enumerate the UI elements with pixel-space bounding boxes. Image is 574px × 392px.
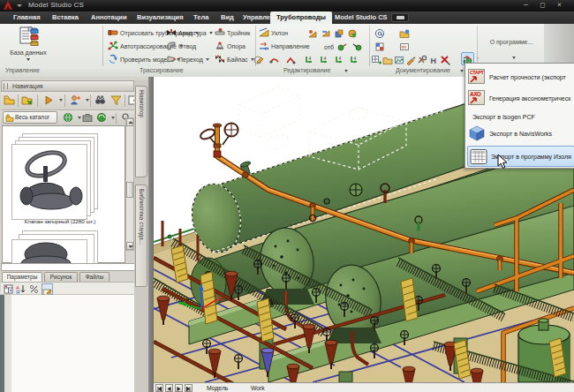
tab-parametry[interactable]: Параметры: [2, 272, 42, 282]
ribbon-icon-pen[interactable]: [253, 53, 265, 64]
navigation-panel-title[interactable]: Навигация: [1, 80, 134, 92]
app-icon[interactable]: [2, 0, 14, 11]
next-sheet-button[interactable]: [175, 384, 183, 392]
ribbon-icon-red2[interactable]: [285, 53, 297, 64]
ribbon-icon-or2[interactable]: [321, 26, 332, 38]
ribbon-icon-fold2[interactable]: [382, 53, 394, 64]
ribbon-icon-grn[interactable]: [337, 40, 349, 51]
categorized-icon[interactable]: [4, 284, 13, 294]
tab-glavnaya[interactable]: Главная: [7, 11, 47, 24]
armatura-button[interactable]: Арматура: [166, 26, 213, 39]
filter-icon[interactable]: [110, 94, 122, 106]
sort-az-icon[interactable]: AЯ: [16, 284, 26, 294]
tab-risunok[interactable]: Рисунок: [44, 272, 78, 282]
edit-properties-button[interactable]: [42, 283, 53, 295]
folder-import-icon[interactable]: [21, 94, 33, 106]
ribbon-icon-fold[interactable]: [399, 26, 411, 38]
group-label-upravlenie[interactable]: Управление: [5, 67, 40, 73]
ribbon-icon-ang[interactable]: 4: [304, 53, 315, 64]
ribbon-icon-cube[interactable]: [334, 26, 345, 38]
tab-truboprovody[interactable]: Трубопроводы: [270, 11, 332, 24]
maximize-button[interactable]: □: [536, 1, 549, 10]
panel-grip-icon: [4, 83, 8, 89]
ribbon-icon-at[interactable]: [374, 26, 386, 38]
menu-item-isogen-pcf[interactable]: Экспорт в Isogen PCF: [466, 110, 574, 123]
sheet-tab-model[interactable]: Модель: [198, 383, 237, 392]
napravlenie-button[interactable]: Направление: [259, 40, 310, 52]
globe-refresh-icon[interactable]: [96, 112, 107, 123]
menu-item-strength-calc[interactable]: СТАРТ Расчет прочности (экспорт: [466, 67, 574, 87]
ribbon-icon-img2[interactable]: im: [399, 40, 411, 51]
catalog-item-thumbnail[interactable]: [11, 239, 87, 266]
whole-catalog-button[interactable]: Весь каталог: [3, 111, 57, 124]
properties-area[interactable]: [11, 295, 139, 392]
binoculars-icon[interactable]: [94, 94, 106, 106]
globe-icon[interactable]: [63, 112, 73, 123]
ribbon-icon-ang[interactable]: 4: [319, 53, 330, 64]
ribbon-icon-or1[interactable]: [307, 26, 319, 38]
database-button[interactable]: База данных: [5, 26, 51, 64]
ribbon-icon-chk[interactable]: [374, 40, 386, 51]
ribbon-icon-or3[interactable]: [347, 26, 359, 38]
scroll-thumb[interactable]: [126, 182, 133, 198]
scroll-down-button[interactable]: [126, 242, 133, 250]
minimize-button[interactable]: –: [519, 1, 532, 10]
baypas-button[interactable]: Байпас: [215, 53, 254, 65]
svg-text:4: 4: [338, 56, 341, 61]
briefcase-icon[interactable]: [82, 112, 93, 123]
tab-fayly[interactable]: Файлы: [79, 272, 110, 282]
opora-button[interactable]: Опора: [215, 40, 245, 52]
ribbon-icon-txt[interactable]: отб: [323, 40, 335, 51]
about-dropdown-arrow[interactable]: [512, 57, 516, 59]
uklon-button[interactable]: Уклон: [259, 26, 288, 39]
ribbon-icon-grn2[interactable]: [351, 40, 363, 51]
app-menu-arrow-icon[interactable]: [17, 4, 22, 7]
tab-vizualizaciya[interactable]: Визуализация: [131, 11, 190, 24]
menu-item-axonometric[interactable]: АХО Генерация аксонометрическ: [466, 88, 574, 109]
close-button[interactable]: ×: [553, 1, 566, 10]
catalog-list[interactable]: Клапан запорный (2280 шт.): [2, 125, 125, 263]
scroll-up-button[interactable]: [126, 118, 133, 126]
about-panel[interactable]: О программе...: [479, 25, 544, 65]
ribbon-icon-gridp[interactable]: [371, 53, 382, 64]
ribbon-icon-ang[interactable]: 4: [349, 53, 360, 64]
tab-vstavka[interactable]: Вставка: [46, 11, 85, 24]
ribbon-icon-ang[interactable]: 4: [334, 53, 345, 64]
prev-sheet-button[interactable]: [165, 384, 173, 392]
svg-text:4: 4: [308, 56, 311, 61]
screen-icon-button[interactable]: [391, 13, 409, 22]
window-title: Model Studio CS: [28, 1, 84, 9]
first-sheet-button[interactable]: [155, 384, 163, 392]
group-label-redaktirovanie[interactable]: Редактирование: [283, 67, 330, 73]
tab-tela[interactable]: Тела: [187, 11, 215, 24]
ribbon-icon-tools[interactable]: [417, 53, 428, 64]
cube-icon: [468, 125, 486, 142]
perehod-button[interactable]: Переход: [166, 53, 209, 65]
ribbon-icon-hbeam[interactable]: H: [428, 53, 440, 64]
otvod-button[interactable]: Отвод: [166, 40, 196, 52]
axo-icon: АХО: [468, 90, 486, 107]
troynik-button[interactable]: Тройник: [215, 26, 250, 39]
user-icon[interactable]: [70, 94, 81, 106]
ribbon-icon-red1[interactable]: [269, 53, 281, 64]
sheet-tab-work[interactable]: Work: [242, 383, 274, 392]
side-tab-library[interactable]: Библиотека станда...: [135, 185, 147, 287]
catalog-scrollbar[interactable]: [125, 117, 134, 251]
menu-item-isolation[interactable]: Экспорт в программу Изоля: [467, 146, 574, 167]
about-label[interactable]: О программе...: [479, 39, 544, 45]
ribbon-icon-pic[interactable]: [394, 53, 405, 64]
group-label-trassirovanie[interactable]: Трассирование: [140, 67, 184, 73]
last-sheet-button[interactable]: [185, 384, 193, 392]
catalog-item-thumbnail[interactable]: [11, 144, 87, 220]
open-folder-icon[interactable]: [4, 94, 15, 106]
catalog-filter-field[interactable]: [1, 263, 139, 271]
percent-icon[interactable]: [29, 284, 39, 294]
ribbon-icon-redx[interactable]: [440, 53, 451, 64]
group-label-dokumentirovanie[interactable]: Документирование: [396, 67, 450, 73]
tab-annotacii[interactable]: Аннотации: [85, 11, 133, 24]
side-tab-navigator[interactable]: Навигатор: [135, 86, 147, 177]
tab-model-studio[interactable]: Model Studio CS: [329, 11, 394, 24]
menu-item-navisworks[interactable]: Экспорт в NavisWorks: [466, 124, 574, 144]
ribbon-icon-brush[interactable]: [405, 53, 417, 64]
play-icon[interactable]: [43, 94, 55, 106]
